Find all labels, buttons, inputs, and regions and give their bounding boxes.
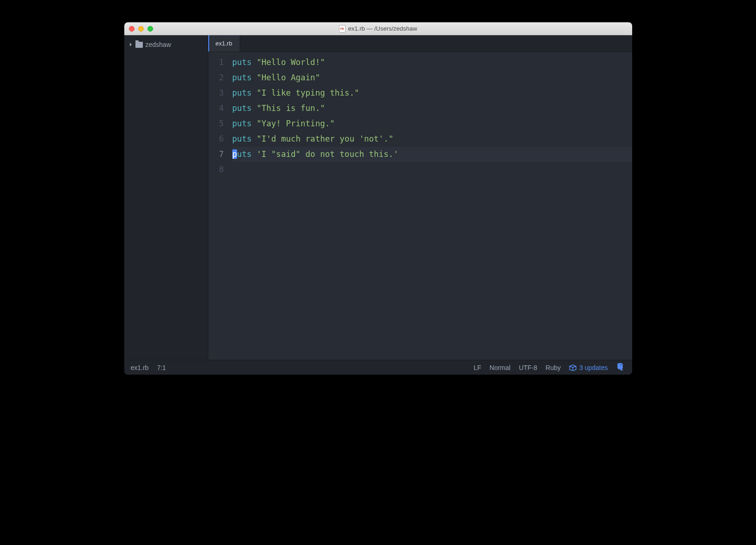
app-window: rb ex1.rb — /Users/zedshaw zedshaw ex1.r… (124, 22, 632, 375)
line-number: 8 (208, 162, 224, 177)
main-split: zedshaw ex1.rb 12345678 puts "Hello Worl… (124, 35, 632, 360)
tab-label: ex1.rb (216, 40, 232, 47)
code-line[interactable]: puts 'I "said" do not touch this.' (232, 147, 632, 162)
status-updates-label: 3 updates (579, 364, 608, 371)
tab-bar[interactable]: ex1.rb (208, 35, 632, 52)
line-number-gutter: 12345678 (208, 55, 232, 360)
line-number: 6 (208, 131, 224, 147)
code-content[interactable]: puts "Hello World!"puts "Hello Again"put… (232, 55, 632, 360)
code-line[interactable]: puts "Hello World!" (232, 55, 632, 70)
status-line-ending[interactable]: LF (474, 364, 481, 371)
line-number: 4 (208, 101, 224, 116)
code-line[interactable] (232, 162, 632, 177)
window-title-wrap: rb ex1.rb — /Users/zedshaw (129, 25, 628, 32)
close-window-button[interactable] (129, 26, 135, 32)
line-number: 5 (208, 116, 224, 131)
folder-icon (135, 42, 143, 48)
tree-root-label: zedshaw (146, 41, 171, 48)
status-cursor-position[interactable]: 7:1 (157, 364, 166, 371)
tree-root-item[interactable]: zedshaw (124, 39, 208, 50)
window-title: ex1.rb — /Users/zedshaw (348, 25, 417, 32)
tab-ex1rb[interactable]: ex1.rb (208, 35, 240, 52)
squirrel-icon[interactable] (616, 362, 626, 373)
minimize-window-button[interactable] (138, 26, 144, 32)
zoom-window-button[interactable] (147, 26, 153, 32)
editor-area: ex1.rb 12345678 puts "Hello World!"puts … (208, 35, 632, 360)
status-encoding[interactable]: UTF-8 (519, 364, 538, 371)
code-line[interactable]: puts "I'd much rather you 'not'." (232, 131, 632, 147)
cursor: p (232, 149, 237, 159)
code-editor[interactable]: 12345678 puts "Hello World!"puts "Hello … (208, 52, 632, 360)
chevron-right-icon (129, 43, 133, 46)
line-number: 2 (208, 70, 224, 85)
titlebar[interactable]: rb ex1.rb — /Users/zedshaw (124, 22, 632, 35)
code-line[interactable]: puts "Yay! Printing." (232, 116, 632, 131)
line-number: 3 (208, 85, 224, 101)
code-line[interactable]: puts "This is fun." (232, 101, 632, 116)
file-tree-sidebar[interactable]: zedshaw (124, 35, 208, 360)
status-vim-mode[interactable]: Normal (490, 364, 511, 371)
code-line[interactable]: puts "I like typing this." (232, 85, 632, 101)
status-language[interactable]: Ruby (545, 364, 561, 371)
status-filename[interactable]: ex1.rb (131, 364, 149, 371)
ruby-file-icon: rb (339, 25, 346, 32)
traffic-lights (129, 26, 153, 32)
line-number: 7 (208, 147, 224, 162)
code-line[interactable]: puts "Hello Again" (232, 70, 632, 85)
status-updates-button[interactable]: 3 updates (569, 364, 608, 371)
status-bar: ex1.rb 7:1 LF Normal UTF-8 Ruby 3 update… (124, 360, 632, 375)
package-icon (569, 364, 577, 371)
line-number: 1 (208, 55, 224, 70)
